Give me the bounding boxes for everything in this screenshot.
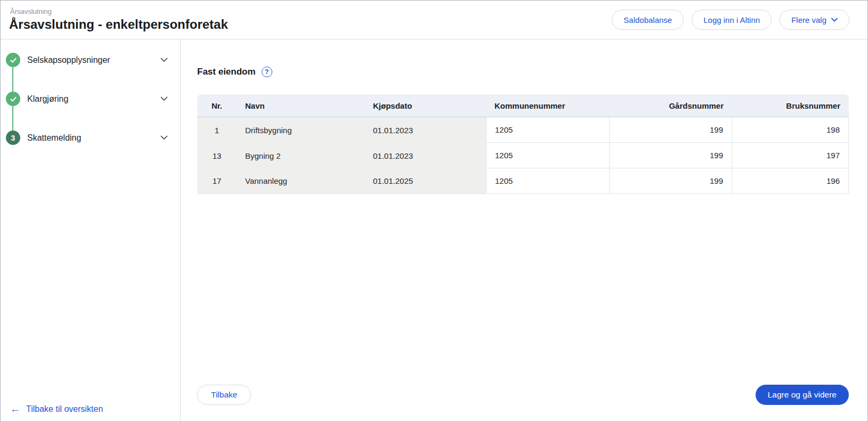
step-completed-check-icon xyxy=(6,92,20,106)
saldobalanse-button[interactable]: Saldobalanse xyxy=(612,10,684,30)
fast-eiendom-table: Nr.NavnKjøpsdatoKommunenummerGårdsnummer… xyxy=(197,94,849,194)
back-to-overview-label: Tilbake til oversikten xyxy=(26,404,103,414)
logg-inn-altinn-button[interactable]: Logg inn i Altinn xyxy=(692,10,772,30)
step-connector xyxy=(12,106,13,131)
tilbake-button[interactable]: Tilbake xyxy=(197,385,251,405)
flere-valg-button[interactable]: Flere valg xyxy=(780,10,849,30)
column-header-kommunenummer: Kommunenummer xyxy=(486,94,610,117)
table-row: 1Driftsbygning01.01.20231205199198 xyxy=(197,117,849,143)
cell-nr: 13 xyxy=(197,143,237,168)
cell-gardsnummer[interactable]: 199 xyxy=(610,168,732,194)
cell-navn: Vannanlegg xyxy=(237,168,364,194)
arrow-left-icon: ← xyxy=(10,404,20,414)
cell-kommunenummer[interactable]: 1205 xyxy=(486,117,610,143)
footer-actions: Tilbake Lagre og gå videre xyxy=(197,385,849,405)
breadcrumb: Årsavslutning xyxy=(10,7,228,15)
cell-navn: Bygning 2 xyxy=(237,143,364,168)
step-sidebar: Selskapsopplysninger Klargjøring 3 Skatt… xyxy=(1,39,181,421)
chevron-down-icon[interactable] xyxy=(160,58,168,62)
section-title: Fast eiendom xyxy=(197,67,256,77)
table-body: 1Driftsbygning01.01.2023120519919813Bygn… xyxy=(197,117,849,194)
topbar-actions: Saldobalanse Logg inn i Altinn Flere val… xyxy=(612,10,849,30)
title-block: Årsavslutning Årsavslutning - enkeltpers… xyxy=(9,7,228,32)
step-completed-check-icon xyxy=(6,53,20,67)
back-to-overview-link[interactable]: ← Tilbake til oversikten xyxy=(10,404,103,414)
cell-bruksnummer[interactable]: 196 xyxy=(732,168,849,194)
cell-gardsnummer[interactable]: 199 xyxy=(610,143,732,168)
top-bar: Årsavslutning Årsavslutning - enkeltpers… xyxy=(1,1,867,39)
cell-kommunenummer[interactable]: 1205 xyxy=(486,143,610,168)
flere-valg-label: Flere valg xyxy=(791,15,826,25)
logg-inn-altinn-label: Logg inn i Altinn xyxy=(703,15,760,25)
column-header-bruksnummer: Bruksnummer xyxy=(732,94,849,117)
table-row: 13Bygning 201.01.20231205199197 xyxy=(197,143,849,168)
help-icon[interactable]: ? xyxy=(262,67,272,77)
sidebar-step-selskapsopplysninger[interactable]: Selskapsopplysninger xyxy=(1,53,180,67)
chevron-down-icon[interactable] xyxy=(160,96,168,101)
column-header-kjopsdato: Kjøpsdato xyxy=(364,94,486,117)
cell-nr: 17 xyxy=(197,168,237,194)
table-header-row: Nr.NavnKjøpsdatoKommunenummerGårdsnummer… xyxy=(197,94,849,117)
cell-bruksnummer[interactable]: 197 xyxy=(732,143,849,168)
step-number-badge: 3 xyxy=(6,131,20,145)
sidebar-step-skattemelding[interactable]: 3 Skattemelding xyxy=(1,131,180,145)
step-label: Klargjøring xyxy=(27,94,160,104)
cell-kjopsdato: 01.01.2023 xyxy=(364,117,486,143)
chevron-down-icon xyxy=(831,18,838,22)
sidebar-step-klargjoring[interactable]: Klargjøring xyxy=(1,92,180,106)
cell-gardsnummer[interactable]: 199 xyxy=(610,117,732,143)
cell-kjopsdato: 01.01.2023 xyxy=(364,143,486,168)
table-row: 17Vannanlegg01.01.20251205199196 xyxy=(197,168,849,194)
step-connector xyxy=(12,67,13,92)
step-label: Selskapsopplysninger xyxy=(27,55,160,65)
app-window: Årsavslutning Årsavslutning - enkeltpers… xyxy=(0,0,868,422)
saldobalanse-label: Saldobalanse xyxy=(623,15,672,25)
cell-nr: 1 xyxy=(197,117,237,143)
cell-bruksnummer[interactable]: 198 xyxy=(732,117,849,143)
cell-kjopsdato: 01.01.2025 xyxy=(364,168,486,194)
lagre-og-ga-videre-button[interactable]: Lagre og gå videre xyxy=(756,385,849,405)
page-title: Årsavslutning - enkeltpersonforetak xyxy=(9,17,228,32)
chevron-down-icon[interactable] xyxy=(160,135,168,140)
column-header-nr: Nr. xyxy=(197,94,237,117)
column-header-navn: Navn xyxy=(237,94,364,117)
step-label: Skattemelding xyxy=(27,133,160,143)
cell-navn: Driftsbygning xyxy=(237,117,364,143)
column-header-gardsnummer: Gårdsnummer xyxy=(610,94,732,117)
main-content: Fast eiendom ? Nr.NavnKjøpsdatoKommunenu… xyxy=(181,39,867,421)
cell-kommunenummer[interactable]: 1205 xyxy=(486,168,610,194)
